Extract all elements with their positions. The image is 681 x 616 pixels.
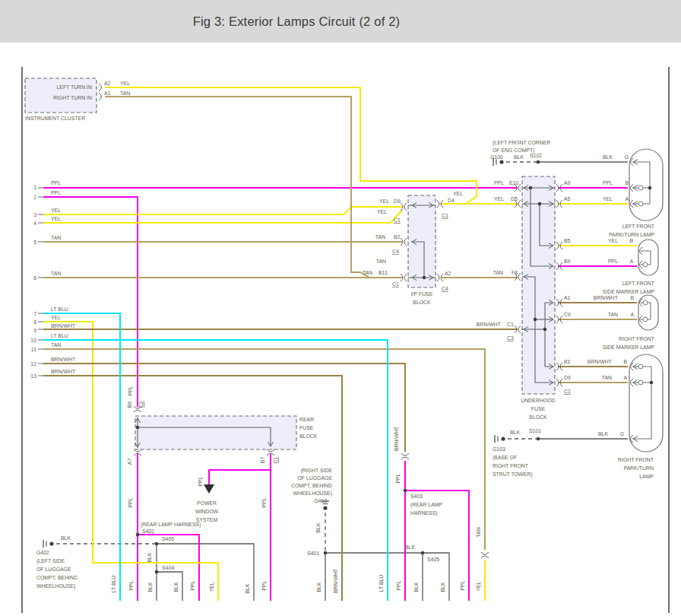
diagram-label: 12 — [30, 361, 36, 367]
diagram-label: YEL — [494, 196, 504, 202]
ground-icon — [501, 437, 505, 440]
splice-dot — [648, 186, 652, 190]
terminal-arc — [556, 316, 559, 323]
diagram-label: RIGHT FRONT — [493, 463, 529, 468]
diagram-label: G100 — [490, 154, 503, 160]
diagram-label: SIDE MARKER LAMP — [603, 289, 655, 294]
diagram-label: S405 — [427, 557, 439, 562]
splice-dot — [529, 186, 533, 190]
diagram-label: (RIGHT SIDE — [300, 468, 332, 474]
diagram-label: G403 — [314, 498, 327, 503]
diagram-label: A1 — [564, 295, 571, 300]
diagram-label: C1 — [564, 389, 571, 394]
diagram-label: PPL — [51, 190, 61, 195]
diagram-label: RIGHT TURN IN — [53, 95, 92, 100]
wire-yel — [43, 207, 402, 214]
diagram-label: A — [625, 196, 629, 202]
ground-icon — [499, 160, 503, 164]
diagram-label: C1 — [392, 281, 399, 287]
diagram-label: RIGHT FRONT — [619, 336, 655, 341]
diagram-label: YEL — [209, 582, 214, 592]
splice-dot — [543, 328, 547, 332]
diagram-label: YEL — [453, 191, 463, 196]
diagram-label: (REAR LAMP — [410, 502, 443, 508]
diagram-label: S402 — [142, 529, 154, 534]
diagram-label: F8 — [512, 270, 518, 275]
diagram-label: TAN — [376, 259, 386, 264]
diagram-label: S101 — [529, 428, 541, 433]
diagram-label: TAN — [363, 270, 372, 275]
splice-dot — [155, 570, 159, 574]
terminal-arc — [99, 93, 102, 100]
terminal-arc — [518, 325, 521, 333]
diagram-label: BRN/WHT — [477, 322, 502, 327]
terminal-arc — [518, 184, 521, 192]
terminal-arc — [556, 379, 559, 386]
diagram-label: G402 — [36, 550, 49, 555]
diagram-label: C1 — [442, 213, 448, 218]
diagram-label: D4 — [448, 198, 455, 203]
diagram-label: D9 — [564, 375, 571, 380]
diagram-label: B11 — [379, 270, 388, 275]
diagram-label: TAN — [476, 527, 481, 537]
splice-dot — [155, 542, 159, 546]
diagram-label: S403 — [410, 494, 423, 499]
diagram-label: (LEFT SIDE — [36, 558, 65, 564]
diagram-label: PPL — [261, 497, 267, 507]
splice-dot — [537, 160, 540, 164]
wire-bw — [43, 376, 342, 601]
diagram-label: BRN/WHT — [588, 359, 613, 364]
diagram-label: S400 — [162, 536, 174, 541]
diagram-label: BRN/WHT — [51, 323, 76, 329]
diagram-label: WINDOW — [195, 509, 219, 514]
diagram-label: LEFT FRONT — [622, 224, 655, 229]
left-front-side-marker-lamp — [638, 240, 658, 275]
diagram-label: BLK — [603, 154, 613, 160]
diagram-label: 3 — [33, 212, 36, 218]
diagram-label: D5 — [511, 196, 518, 202]
diagram-label: BLK — [61, 535, 71, 541]
diagram-label: POWER — [197, 500, 217, 506]
diagram-label: (REAR LAMP HARNESS) — [141, 522, 201, 528]
right-front-side-marker-lamp — [638, 295, 658, 330]
diagram-label: C4 — [442, 286, 448, 291]
diagram-label: BRN/WHT — [394, 426, 399, 451]
diagram-label: TAN — [602, 375, 612, 380]
terminal-arc — [518, 200, 521, 208]
diagram-label: YEL — [51, 216, 61, 221]
terminal-arc — [437, 200, 439, 208]
splice-dot — [136, 533, 140, 537]
diagram-label: PPL — [128, 386, 133, 395]
left-front-park-turn-lamp — [629, 149, 663, 221]
splice-dot — [136, 426, 140, 430]
diagram-label: A5 — [564, 196, 571, 202]
diagram-label: LEFT FRONT — [622, 281, 655, 286]
diagram-label: YEL — [51, 315, 61, 320]
terminal-arc — [556, 299, 559, 306]
terminal-arc — [556, 184, 559, 192]
terminal-arc — [99, 84, 102, 91]
diagram-label: OF ENG COMPT) — [493, 148, 535, 154]
terminal-arc — [404, 238, 407, 246]
rear-fuse-block — [135, 416, 296, 449]
diagram-label: TAN — [51, 271, 61, 276]
splice-dot — [534, 318, 537, 322]
diagram-label: A — [623, 375, 627, 380]
diagram-label: PPL — [128, 497, 133, 507]
diagram-label: BLK — [440, 582, 445, 592]
terminal-arc — [556, 242, 559, 249]
diagram-label: B5 — [564, 238, 571, 243]
diagram-label: C1 — [394, 218, 401, 223]
ground-icon — [323, 506, 327, 510]
diagram-label: BLK — [514, 154, 524, 160]
diagram-label: 2 — [33, 195, 36, 200]
diagram-label: C1 — [507, 322, 514, 327]
diagram-label: BRN/WHT — [51, 357, 76, 362]
diagram-label: BLOCK — [299, 433, 318, 439]
diagram-label: PPL — [198, 476, 203, 486]
diagram-label: B2 — [394, 234, 401, 240]
diagram-label: LT BLU — [111, 576, 116, 593]
diagram-label: C1 — [273, 456, 278, 463]
splice-dot — [404, 489, 407, 493]
diagram-label: PARK/TURN LAMP — [609, 232, 654, 237]
